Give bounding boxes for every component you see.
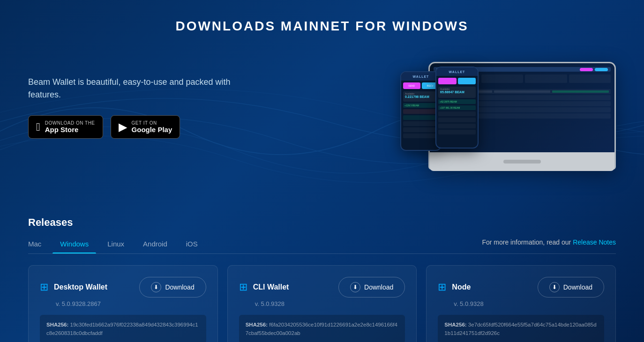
store-buttons-group:  Download on the App Store ▶ GET IT ON … [28,115,262,139]
google-play-button[interactable]: ▶ GET IT ON Google Play [111,115,180,139]
tab-android[interactable]: Android [135,236,175,253]
download-cards: ⊞ Desktop Wallet ⬇ Download v. 5.0.9328.… [28,265,616,342]
page-title: DOWNLOADS MAINNET FOR WINDOWS [0,0,644,48]
tabs-row: Mac Windows Linux Android iOS For more i… [28,236,616,254]
cli-wallet-sha: SHA256: f6fa2034205536ce10f91d1226691a2e… [239,315,405,342]
desktop-wallet-card: ⊞ Desktop Wallet ⬇ Download v. 5.0.9328.… [28,265,218,342]
google-play-small-label: GET IT ON [132,120,172,126]
google-play-text: GET IT ON Google Play [132,120,172,134]
desktop-wallet-title-group: ⊞ Desktop Wallet [40,281,107,293]
cli-wallet-name: CLI Wallet [253,283,289,291]
tab-windows[interactable]: Windows [52,236,96,253]
card-top-node: ⊞ Node ⬇ Download [438,277,604,297]
app-store-large-label: App Store [45,126,95,134]
card-top-cli: ⊞ CLI Wallet ⬇ Download [239,277,405,297]
releases-title: Releases [28,216,616,229]
releases-section: Releases Mac Windows Linux Android iOS F… [0,207,644,342]
google-play-icon: ▶ [119,120,127,134]
download-button-cli[interactable]: ⬇ Download [338,277,405,297]
cli-wallet-title-group: ⊞ CLI Wallet [239,281,289,293]
windows-icon-desktop: ⊞ [40,281,48,293]
release-notes-link[interactable]: Release Notes [573,238,616,246]
device-mockups: Wallet 2241.620738 BEAM Total [262,57,616,188]
cli-wallet-card: ⊞ CLI Wallet ⬇ Download v. 5.0.9328 SHA2… [227,265,417,342]
download-icon-cli: ⬇ [350,282,360,292]
download-icon-node: ⬇ [549,282,560,292]
download-icon-desktop: ⬇ [151,282,161,292]
download-button-node[interactable]: ⬇ Download [538,277,604,297]
app-store-button[interactable]:  Download on the App Store [28,115,103,139]
cli-wallet-version: v. 5.0.9328 [239,300,405,307]
download-button-desktop[interactable]: ⬇ Download [139,277,206,297]
hero-description: Beam Wallet is beautiful, easy-to-use an… [28,76,262,101]
tab-ios[interactable]: iOS [179,236,205,253]
google-play-large-label: Google Play [132,126,172,134]
tab-mac[interactable]: Mac [28,236,49,253]
node-sha: SHA256: 3e7dc65fdf520f664e55f5a7d64c75a1… [438,315,604,342]
app-store-small-label: Download on the [45,120,95,126]
node-name: Node [452,283,471,291]
desktop-wallet-name: Desktop Wallet [54,283,107,291]
node-title-group: ⊞ Node [438,281,471,293]
app-store-text: Download on the App Store [45,120,95,134]
apple-icon:  [36,120,40,134]
windows-icon-cli: ⊞ [239,281,247,293]
desktop-wallet-sha: SHA256: 19c30fed1b662a976f022338a849d432… [40,315,206,342]
tab-linux[interactable]: Linux [100,236,132,253]
node-card: ⊞ Node ⬇ Download v. 5.0.9328 SHA256: 3e… [426,265,616,342]
card-top-desktop: ⊞ Desktop Wallet ⬇ Download [40,277,206,297]
node-version: v. 5.0.9328 [438,300,604,307]
desktop-wallet-version: v. 5.0.9328.2867 [40,300,206,307]
release-notes-text: For more information, read our Release N… [482,238,616,252]
windows-icon-node: ⊞ [438,281,446,293]
